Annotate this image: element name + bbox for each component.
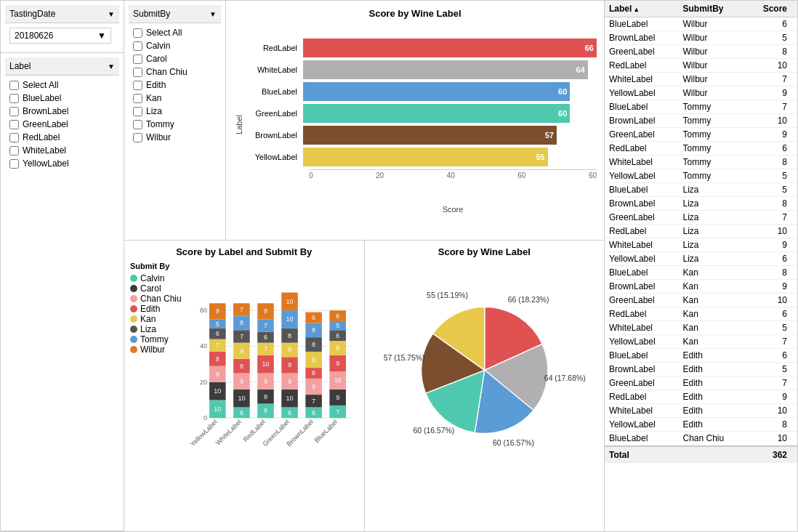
submitby-checkbox-item: Carol — [133, 52, 217, 65]
label-checkbox[interactable] — [9, 107, 19, 116]
label-checkbox-item: RedLabel — [9, 131, 115, 144]
cell-label: WhiteLabel — [609, 74, 683, 84]
cell-score: 5 — [757, 171, 793, 181]
submitby-checkbox-text: Edith — [146, 80, 166, 90]
cell-label: YellowLabel — [609, 419, 683, 430]
svg-text:9: 9 — [216, 371, 219, 378]
table-row: BlueLabel Tommy 7 — [605, 100, 797, 114]
svg-text:9: 9 — [264, 378, 267, 385]
cell-submitby: Edith — [683, 406, 757, 416]
cell-label: BlueLabel — [609, 185, 683, 195]
svg-text:10: 10 — [238, 395, 245, 402]
label-checkbox[interactable] — [9, 94, 19, 103]
table-row: GreenLabel Kan 10 — [605, 294, 797, 307]
submitby-checkbox[interactable] — [133, 94, 142, 103]
label-checkbox-list: Select AllBlueLabelBrownLabelGreenLabelR… — [5, 76, 119, 173]
submitby-checkbox[interactable] — [133, 28, 142, 38]
bar-x-label: Score — [245, 205, 597, 214]
legend-label: Carol — [140, 283, 161, 294]
cell-label: GreenLabel — [609, 129, 683, 140]
table-row: BrownLabel Edith 5 — [605, 363, 797, 376]
submitby-checkbox[interactable] — [133, 68, 142, 77]
label-filter-header[interactable]: Label ▼ — [5, 57, 119, 76]
submitby-checkbox-text: Liza — [146, 106, 162, 116]
table-row: YellowLabel Tommy 5 — [605, 169, 797, 183]
stacked-legend-item: Liza — [130, 324, 188, 334]
label-checkbox[interactable] — [9, 81, 19, 90]
label-checkbox-text: Select All — [23, 80, 58, 90]
bar-chart-title: Score by Wine Label — [233, 8, 597, 19]
label-checkbox-item: WhiteLabel — [9, 144, 115, 157]
cell-label: RedLabel — [609, 60, 683, 70]
submitby-checkbox[interactable] — [133, 55, 142, 64]
cell-score: 8 — [757, 198, 793, 209]
bar-row-label: BlueLabel — [245, 87, 303, 96]
svg-text:6: 6 — [336, 313, 339, 320]
x-tick: 60 — [589, 172, 597, 180]
bar-chart-rows: RedLabel 66 WhiteLabel 64 BlueLabel 60 G… — [245, 36, 597, 180]
submitby-checkbox-item: Tommy — [133, 118, 217, 131]
cell-score: 7 — [757, 378, 793, 388]
bar-row-label: GreenLabel — [245, 109, 303, 118]
svg-text:9: 9 — [312, 356, 315, 363]
cell-label: BlueLabel — [609, 350, 683, 360]
submitby-filter-label: SubmitBy — [133, 9, 170, 19]
submitby-checkbox[interactable] — [133, 107, 142, 116]
cell-submitby: Edith — [683, 419, 757, 430]
submitby-checkbox[interactable] — [133, 41, 142, 51]
svg-text:7: 7 — [240, 333, 243, 340]
tasting-date-dropdown[interactable]: 20180626 ▼ — [9, 28, 111, 44]
pie-chart-area: Score by Wine Label 66 (18.23%)64 (17.68… — [365, 241, 605, 531]
label-checkbox[interactable] — [9, 146, 19, 156]
svg-text:10: 10 — [214, 406, 221, 413]
label-checkbox[interactable] — [9, 159, 19, 169]
svg-text:8: 8 — [240, 319, 243, 326]
pie-chart-title: Score by Wine Label — [371, 246, 599, 257]
bar-row-container: 60 — [303, 82, 597, 101]
svg-text:40: 40 — [200, 342, 207, 350]
cell-score: 9 — [757, 392, 793, 402]
cell-score: 5 — [757, 323, 793, 333]
bar-y-label: Label — [233, 23, 245, 226]
bar-row: RedLabel 66 — [245, 39, 597, 57]
cell-score: 9 — [757, 88, 793, 98]
label-checkbox-text: BrownLabel — [23, 106, 68, 116]
svg-text:7: 7 — [240, 306, 243, 313]
table-row: GreenLabel Wilbur 8 — [605, 45, 797, 59]
svg-text:8: 8 — [216, 355, 219, 363]
cell-label: WhiteLabel — [609, 323, 683, 333]
cell-score: 10 — [757, 60, 793, 70]
x-tick: 0 — [309, 172, 313, 180]
bar-chart-area: Score by Wine Label Label RedLabel 66 Wh… — [226, 1, 604, 240]
data-table: Label▲ SubmitBy Score BlueLabel Wilbur 6… — [605, 1, 797, 532]
cell-label: BrownLabel — [609, 116, 683, 126]
cell-submitby: Liza — [683, 226, 757, 236]
tasting-date-filter-header[interactable]: TastingDate ▼ — [5, 5, 119, 23]
table-row: YellowLabel Kan 7 — [605, 335, 797, 349]
cell-label: GreenLabel — [609, 47, 683, 57]
label-checkbox-item: BlueLabel — [9, 92, 115, 105]
svg-text:6: 6 — [312, 409, 315, 416]
svg-text:9: 9 — [336, 394, 339, 401]
cell-label: BrownLabel — [609, 281, 683, 291]
label-checkbox[interactable] — [9, 133, 19, 142]
table-body: BlueLabel Wilbur 6 BrownLabel Wilbur 5 G… — [605, 17, 797, 446]
submitby-filter-header[interactable]: SubmitBy ▼ — [129, 5, 221, 23]
svg-text:6: 6 — [336, 332, 339, 339]
bar-row-label: WhiteLabel — [245, 65, 303, 74]
cell-submitby: Edith — [683, 378, 757, 388]
bar-row: BrownLabel 57 — [245, 126, 597, 145]
table-row: BrownLabel Tommy 10 — [605, 114, 797, 128]
submitby-checkbox-text: Carol — [146, 54, 167, 64]
cell-label: BrownLabel — [609, 364, 683, 374]
submitby-checkbox[interactable] — [133, 120, 142, 129]
cell-label: BlueLabel — [609, 433, 683, 443]
label-filter-label: Label — [9, 61, 31, 71]
submitby-checkbox[interactable] — [133, 133, 142, 142]
svg-text:9: 9 — [240, 347, 243, 355]
svg-text:6: 6 — [216, 330, 219, 337]
submitby-checkbox[interactable] — [133, 81, 142, 90]
legend-label: Edith — [140, 304, 160, 314]
label-checkbox[interactable] — [9, 120, 19, 129]
bar-row-label: YellowLabel — [245, 153, 303, 161]
